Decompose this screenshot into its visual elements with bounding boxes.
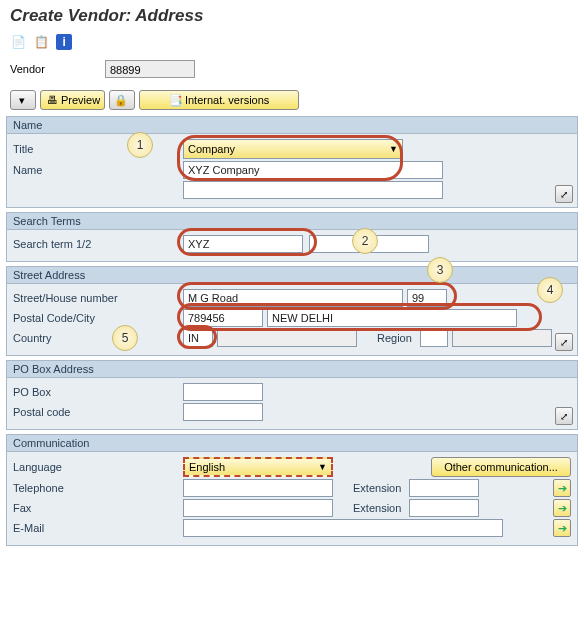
country-input[interactable] bbox=[183, 329, 213, 347]
postal-city-label: Postal Code/City bbox=[13, 312, 183, 324]
po-box-label: PO Box bbox=[13, 386, 183, 398]
po-box-input[interactable] bbox=[183, 383, 263, 401]
other-communication-label: Other communication... bbox=[444, 461, 558, 473]
email-label: E-Mail bbox=[13, 522, 183, 534]
internat-versions-button[interactable]: 📑 Internat. versions bbox=[139, 90, 299, 110]
menu-button[interactable]: ▾ bbox=[10, 90, 36, 110]
language-select[interactable]: English ▼ bbox=[183, 457, 333, 477]
region-desc-input bbox=[452, 329, 552, 347]
email-input[interactable] bbox=[183, 519, 503, 537]
fax-extension-input[interactable] bbox=[409, 499, 479, 517]
region-input[interactable] bbox=[420, 329, 448, 347]
section-search: Search Terms Search term 1/2 2 bbox=[6, 212, 578, 262]
chevron-down-icon: ▾ bbox=[15, 93, 29, 107]
title-label: Title bbox=[13, 143, 183, 155]
lock-button[interactable]: 🔒 bbox=[109, 90, 135, 110]
country-desc-input bbox=[217, 329, 357, 347]
page-title: Create Vendor: Address bbox=[0, 0, 584, 30]
section-name-header: Name bbox=[7, 117, 577, 134]
more-fax-button[interactable]: ➔ bbox=[553, 499, 571, 517]
title-select[interactable]: Company ▼ bbox=[183, 139, 403, 159]
street-input[interactable] bbox=[183, 289, 403, 307]
title-select-value: Company bbox=[188, 143, 235, 155]
section-search-header: Search Terms bbox=[7, 213, 577, 230]
search-term-input-2[interactable] bbox=[309, 235, 429, 253]
po-postal-label: Postal code bbox=[13, 406, 183, 418]
tel-extension-label: Extension bbox=[353, 482, 401, 494]
more-email-button[interactable]: ➔ bbox=[553, 519, 571, 537]
section-name: Name Title Company ▼ Name ⤢ 1 bbox=[6, 116, 578, 208]
section-comm-header: Communication bbox=[7, 435, 577, 452]
name-label: Name bbox=[13, 164, 183, 176]
telephone-label: Telephone bbox=[13, 482, 183, 494]
city-input[interactable] bbox=[267, 309, 517, 327]
copy-icon: 📑 bbox=[169, 93, 183, 107]
fax-input[interactable] bbox=[183, 499, 333, 517]
language-select-value: English bbox=[189, 461, 225, 473]
expand-button[interactable]: ⤢ bbox=[555, 333, 573, 351]
name-input[interactable] bbox=[183, 161, 443, 179]
country-label: Country bbox=[13, 332, 183, 344]
po-postal-input[interactable] bbox=[183, 403, 263, 421]
search-term-label: Search term 1/2 bbox=[13, 238, 183, 250]
language-label: Language bbox=[13, 461, 183, 473]
command-bar: ▾ 🖶 Preview 🔒 📑 Internat. versions bbox=[0, 84, 584, 116]
more-telephone-button[interactable]: ➔ bbox=[553, 479, 571, 497]
chevron-down-icon: ▼ bbox=[383, 144, 398, 154]
region-label: Region bbox=[377, 332, 412, 344]
fax-label: Fax bbox=[13, 502, 183, 514]
internat-versions-label: Internat. versions bbox=[185, 94, 269, 106]
name-input-2[interactable] bbox=[183, 181, 443, 199]
info-icon[interactable]: i bbox=[56, 34, 72, 50]
section-communication: Communication Language English ▼ Other c… bbox=[6, 434, 578, 546]
vendor-field: 88899 bbox=[105, 60, 195, 78]
section-street-header: Street Address bbox=[7, 267, 577, 284]
section-pobox-header: PO Box Address bbox=[7, 361, 577, 378]
toolbar-icons: 📄 📋 i bbox=[0, 30, 584, 54]
fax-extension-label: Extension bbox=[353, 502, 401, 514]
chevron-down-icon: ▼ bbox=[312, 462, 327, 472]
expand-button[interactable]: ⤢ bbox=[555, 407, 573, 425]
section-pobox: PO Box Address PO Box Postal code ⤢ bbox=[6, 360, 578, 430]
preview-button-label: Preview bbox=[61, 94, 100, 106]
document-icon[interactable]: 📋 bbox=[33, 34, 49, 50]
preview-button[interactable]: 🖶 Preview bbox=[40, 90, 105, 110]
postal-code-input[interactable] bbox=[183, 309, 263, 327]
street-label: Street/House number bbox=[13, 292, 183, 304]
tel-extension-input[interactable] bbox=[409, 479, 479, 497]
search-term-input-1[interactable] bbox=[183, 235, 303, 253]
file-icon[interactable]: 📄 bbox=[10, 34, 26, 50]
telephone-input[interactable] bbox=[183, 479, 333, 497]
lock-icon: 🔒 bbox=[114, 93, 128, 107]
expand-button[interactable]: ⤢ bbox=[555, 185, 573, 203]
vendor-row: Vendor 88899 bbox=[0, 54, 584, 84]
vendor-label: Vendor bbox=[10, 63, 105, 75]
print-icon: 🖶 bbox=[45, 93, 59, 107]
other-communication-button[interactable]: Other communication... bbox=[431, 457, 571, 477]
section-street: Street Address Street/House number Posta… bbox=[6, 266, 578, 356]
house-number-input[interactable] bbox=[407, 289, 447, 307]
